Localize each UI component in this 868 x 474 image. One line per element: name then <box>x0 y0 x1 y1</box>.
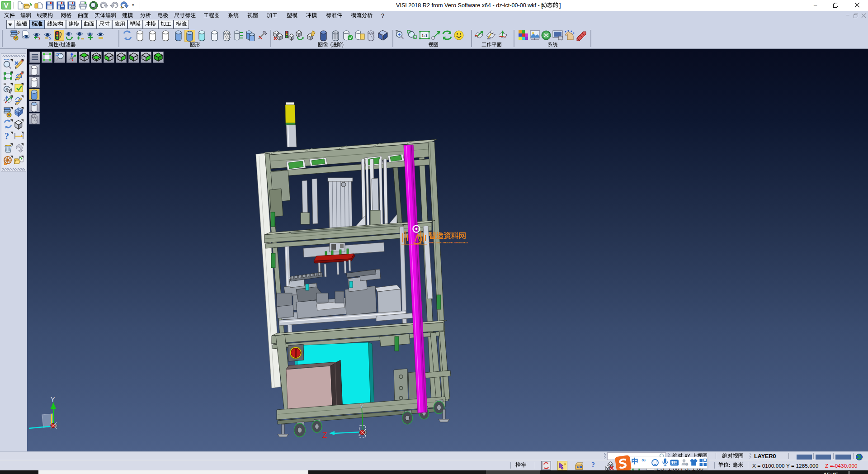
svg-text:Y: Y <box>51 396 55 403</box>
svg-text:1:1: 1:1 <box>421 33 427 38</box>
svg-text:Z: Z <box>322 431 327 440</box>
svg-text:?: ? <box>5 131 9 141</box>
svg-text:V: V <box>4 1 8 9</box>
svg-text:Y: Y <box>359 402 364 410</box>
